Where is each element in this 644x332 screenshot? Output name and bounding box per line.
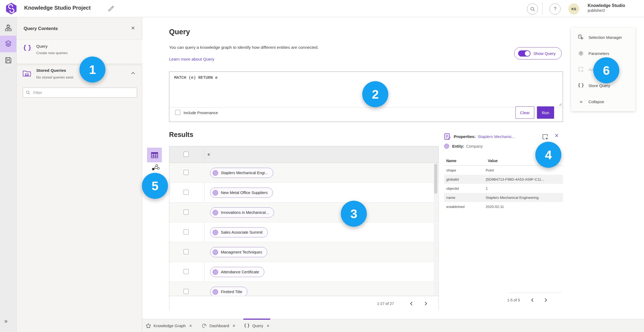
query-contents-panel: Query Contents ✕ { } Query Create new qu… xyxy=(17,17,142,332)
close-icon[interactable]: ✕ xyxy=(266,324,270,328)
run-button[interactable]: Run xyxy=(537,106,554,119)
prev-page-button[interactable] xyxy=(528,296,537,304)
table-icon xyxy=(151,152,158,158)
app-screen: Knowledge Studio Project ? KS Knowledge … xyxy=(0,0,644,332)
results-page-range: 1-27 of 27 xyxy=(377,301,394,306)
add-to-selection-icon[interactable] xyxy=(541,133,549,140)
chevron-right-icon xyxy=(544,298,547,302)
chevron-up-icon[interactable] xyxy=(131,71,135,73)
app-header: Knowledge Studio Project ? KS Knowledge … xyxy=(0,0,644,17)
tab-dashboard[interactable]: Dashboard ✕ xyxy=(199,319,238,332)
properties-entity-link[interactable]: Staplers Mechanic... xyxy=(478,134,515,139)
edit-title-icon[interactable] xyxy=(107,5,114,12)
entity-pill[interactable]: Attendance Certificate xyxy=(210,267,264,277)
hierarchy-icon[interactable] xyxy=(5,25,12,32)
entity-pill-label: Staplers Mechanical Engi... xyxy=(221,171,268,175)
menu-item-label: Collapse xyxy=(588,99,604,104)
property-row: objectid 1 xyxy=(444,184,563,193)
link-chart-icon xyxy=(151,163,160,172)
filter-input[interactable] xyxy=(33,90,134,95)
section-gap xyxy=(17,64,142,65)
annotation-badge-2: 2 xyxy=(362,81,388,107)
close-icon[interactable]: ✕ xyxy=(232,324,236,328)
help-button[interactable]: ? xyxy=(550,3,561,14)
entity-pill[interactable]: Firebird Title xyxy=(210,287,247,296)
menu-item-collapse[interactable]: » Collapse xyxy=(571,94,635,110)
entity-pill[interactable]: Managment Techniques xyxy=(210,247,267,257)
annotation-badge-5: 5 xyxy=(142,173,168,199)
entity-pill[interactable]: Staplers Mechanical Engi... xyxy=(210,168,273,178)
entity-dot-icon xyxy=(213,190,218,196)
property-name: name xyxy=(444,196,486,200)
next-page-button[interactable] xyxy=(541,296,550,304)
menu-item-label: Selection Manager xyxy=(588,35,622,40)
resize-grip[interactable] xyxy=(558,102,562,106)
entity-dot-icon xyxy=(213,210,218,215)
property-value: 2020-02-11 xyxy=(486,205,563,209)
prev-page-button[interactable] xyxy=(407,300,416,308)
query-description: You can query a knowledge graph to ident… xyxy=(169,45,319,50)
include-provenance-checkbox[interactable] xyxy=(175,110,180,115)
selection-manager-icon xyxy=(578,34,584,40)
close-icon[interactable]: ✕ xyxy=(554,132,559,139)
close-icon[interactable]: ✕ xyxy=(189,324,192,328)
search-button[interactable] xyxy=(527,3,538,14)
row-checkbox[interactable] xyxy=(184,190,189,195)
search-icon xyxy=(530,6,535,12)
link-chart-view-button[interactable] xyxy=(151,163,160,172)
entity-pill-label: Attendance Certificate xyxy=(221,270,259,274)
query-item-label: Query xyxy=(36,44,47,49)
entity-pill[interactable]: Innovations in Mechanical... xyxy=(210,207,274,218)
table-row: Managment Techniques xyxy=(169,242,438,262)
entity-pill-label: Managment Techniques xyxy=(221,250,262,254)
scrollbar-track[interactable] xyxy=(434,163,438,296)
clear-button[interactable]: Clear xyxy=(515,106,534,119)
expand-rail-icon[interactable]: » xyxy=(4,318,7,325)
next-page-button[interactable] xyxy=(421,300,430,308)
menu-item-selection-manager[interactable]: Selection Manager xyxy=(571,29,635,45)
entity-pill[interactable]: New Metal Office Suppliers xyxy=(210,188,273,198)
close-icon[interactable]: ✕ xyxy=(131,25,135,31)
row-checkbox[interactable] xyxy=(184,210,189,215)
stored-queries-label: Stored Queries xyxy=(36,68,66,73)
panel-title: Query Contents xyxy=(24,26,58,31)
property-value: 1 xyxy=(486,186,563,191)
user-block[interactable]: Knowledge Studio publisher2 xyxy=(588,3,625,13)
property-name: established xyxy=(444,205,486,209)
left-rail: » xyxy=(0,17,17,332)
layers-icon[interactable] xyxy=(5,40,12,47)
entity-dot-icon xyxy=(213,170,218,176)
query-contents-item-query[interactable] xyxy=(17,40,142,63)
row-checkbox[interactable] xyxy=(184,289,189,294)
table-view-button[interactable] xyxy=(147,148,162,162)
select-all-checkbox[interactable] xyxy=(184,152,189,157)
chevron-left-icon xyxy=(410,301,413,306)
entity-type: Company xyxy=(466,144,483,148)
table-row: Innovations in Mechanical... xyxy=(169,203,438,222)
row-checkbox[interactable] xyxy=(184,269,189,274)
filter-field xyxy=(23,88,137,98)
avatar[interactable]: KS xyxy=(568,3,579,14)
row-checkbox[interactable] xyxy=(184,229,189,234)
entity-pill[interactable]: Sales Associate Summit xyxy=(210,227,268,237)
save-icon[interactable] xyxy=(5,57,12,64)
tab-knowledge-graph[interactable]: Knowledge Graph ✕ xyxy=(144,319,194,332)
query-page-title: Query xyxy=(169,28,190,36)
learn-more-link[interactable]: Learn more about Query xyxy=(169,57,214,62)
row-checkbox[interactable] xyxy=(184,170,189,175)
project-title: Knowledge Studio Project xyxy=(24,5,91,11)
property-row: established 2020-02-11 xyxy=(444,202,563,211)
properties-pagination: 1-5 of 5 xyxy=(507,296,564,304)
include-provenance-label: Include Provenance xyxy=(184,111,218,115)
row-checkbox[interactable] xyxy=(184,249,189,254)
double-chevron-right-icon: » xyxy=(578,98,584,105)
query-item-description: Create new queries xyxy=(36,51,68,55)
user-role: publisher2 xyxy=(588,8,625,13)
tab-query[interactable]: { } Query ✕ xyxy=(243,319,270,332)
results-table-body: Staplers Mechanical Engi... New Metal Of… xyxy=(169,163,438,296)
properties-page-range: 1-5 of 5 xyxy=(507,298,520,302)
stored-queries-folder-icon xyxy=(23,70,31,78)
header-divider xyxy=(542,2,543,15)
scrollbar-thumb[interactable] xyxy=(434,164,437,194)
show-query-toggle[interactable]: Show Query xyxy=(514,47,562,59)
